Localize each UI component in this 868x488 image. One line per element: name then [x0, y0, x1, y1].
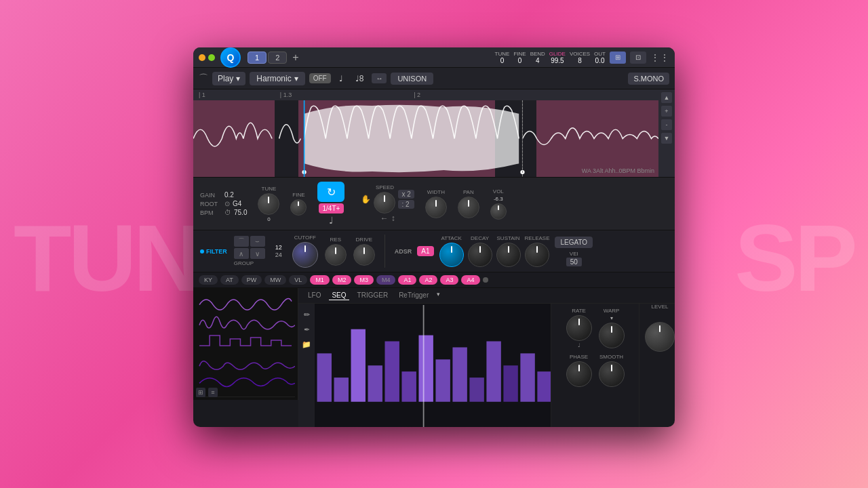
phase-knob[interactable] [566, 361, 592, 387]
mod-tab-mw[interactable]: MW [264, 275, 286, 285]
play-button[interactable]: Play ▾ [212, 72, 245, 85]
release-knob[interactable] [525, 243, 549, 267]
smono-button[interactable]: S.MONO [628, 73, 669, 85]
oscilloscope-icon[interactable]: ⌒ [199, 73, 208, 85]
synth-params-row: GAIN 0.2 ROOT ⊙ G4 BPM ⏱ 75.0 TUNE 0 FIN… [193, 178, 675, 230]
loop-button[interactable]: ↻ [317, 182, 344, 202]
pan-knob[interactable] [458, 197, 479, 218]
div2-button[interactable]: : 2 [398, 200, 414, 209]
menu-icon[interactable]: ⋮⋮ [650, 52, 669, 63]
pencil-tool-1[interactable]: ✏ [301, 309, 312, 320]
filter-12db[interactable]: 12 [272, 244, 285, 251]
filter-shape-hp[interactable]: ⌣ [250, 236, 265, 247]
rate-knob[interactable] [566, 315, 592, 341]
zoom-in-icon[interactable]: + [661, 106, 672, 117]
svg-rect-16 [469, 378, 484, 402]
lfo-grid-btn[interactable]: ⊞ [196, 388, 205, 397]
mod-tab-extra[interactable] [483, 277, 488, 283]
mod-tab-at[interactable]: AT [220, 275, 239, 285]
window-controls [199, 54, 215, 61]
unison-button[interactable]: UNISON [391, 73, 433, 85]
voices-param: VOICES 8 [570, 51, 590, 64]
mod-tab-a3[interactable]: A3 [440, 275, 458, 285]
lfo-tab-trigger[interactable]: TRIGGER [355, 291, 391, 300]
vei-value[interactable]: 50 [566, 258, 582, 266]
transport-button[interactable]: ↔ [372, 73, 387, 83]
filter-pole-select: 12 24 [272, 244, 285, 258]
speed-knob[interactable] [374, 192, 395, 214]
level-knob[interactable] [645, 322, 675, 352]
note-icon[interactable]: ♩ [329, 215, 334, 226]
mod-tabs-row: KY AT PW MW VL M1 M2 M3 M4 A1 A2 A3 A4 [193, 272, 675, 288]
waveform-canvas[interactable] [193, 100, 658, 177]
drive-knob[interactable] [353, 244, 375, 266]
app-logo: Q [220, 47, 241, 68]
vol-knob-wrap: VOL -6.3 [490, 188, 507, 220]
scroll-down-icon[interactable]: ▼ [661, 133, 672, 144]
mod-tab-a1[interactable]: A1 [398, 275, 416, 285]
decay-knob[interactable] [468, 243, 492, 267]
adsr-knobs: ATTACK DECAY SUSTAIN RELEASE [439, 235, 550, 267]
mod-tab-a2[interactable]: A2 [419, 275, 437, 285]
waveform-scrollbar[interactable]: ▲ + - ▼ [658, 89, 675, 177]
cutoff-knob[interactable] [292, 242, 318, 268]
width-knob[interactable] [425, 197, 447, 218]
lfo-content: ✏ ✒ 📁 [298, 304, 675, 427]
mode-button-1[interactable]: ♩ [335, 73, 347, 85]
smooth-knob[interactable] [599, 361, 625, 387]
sustain-knob[interactable] [496, 243, 521, 267]
mod-tab-m4[interactable]: M4 [376, 275, 396, 285]
lfo-tab-lfo[interactable]: LFO [305, 291, 323, 300]
waveform-display[interactable]: | 1 | 1.3 | 2 [193, 89, 675, 178]
filter-shape-bp[interactable]: ∧ [234, 248, 249, 259]
tab-2[interactable]: 2 [268, 52, 287, 64]
adsr-selector[interactable]: A1 [417, 246, 433, 256]
fine-param: FINE 0 [513, 51, 526, 64]
mod-tab-m1[interactable]: M1 [310, 275, 330, 285]
preset-selector[interactable]: Harmonic ▾ [250, 72, 304, 85]
lfo-tab-retrigger[interactable]: ReTrigger [396, 291, 431, 300]
vol-knob[interactable] [490, 203, 507, 220]
lfo-list-btn[interactable]: ≡ [208, 388, 218, 397]
legato-button[interactable]: LEGATO [555, 237, 593, 248]
mod-tab-ky[interactable]: KY [199, 275, 218, 285]
fine-knob[interactable] [290, 199, 307, 216]
folder-tool[interactable]: 📁 [301, 339, 312, 350]
toolbar: ⌒ Play ▾ Harmonic ▾ OFF ♩ ♩8 ↔ UNISON S.… [193, 68, 675, 89]
tune-knob[interactable] [258, 193, 279, 215]
mod-tab-pw[interactable]: PW [241, 275, 262, 285]
warp-knob[interactable] [599, 323, 625, 348]
phase-knob-section: PHASE [566, 354, 592, 387]
scroll-up-icon[interactable]: ▲ [661, 92, 672, 103]
x2-button[interactable]: x 2 [398, 190, 414, 199]
piano-icon[interactable]: ⊞ [610, 52, 626, 64]
time-div-button[interactable]: 1/4T+ [319, 203, 344, 214]
settings-icon[interactable]: ⊡ [630, 52, 646, 64]
mod-tab-vl[interactable]: VL [289, 275, 307, 285]
mod-tab-a4[interactable]: A4 [461, 275, 479, 285]
zoom-out-icon[interactable]: - [661, 119, 672, 130]
minimize-button[interactable] [199, 54, 205, 61]
filter-adsr-row: FILTER ⌒ ⌣ ∧ ∨ GROUP 12 24 CUTOFF RES [193, 230, 675, 272]
tab-1[interactable]: 1 [248, 52, 267, 64]
pencil-tool-2[interactable]: ✒ [301, 324, 312, 335]
filter-24db[interactable]: 24 [272, 251, 285, 258]
mode-button-2[interactable]: ♩8 [351, 73, 368, 85]
gain-group: GAIN 0.2 ROOT ⊙ G4 BPM ⏱ 75.0 [200, 191, 247, 216]
lfo-seq-display[interactable] [315, 304, 551, 427]
close-button[interactable] [208, 54, 215, 61]
res-knob[interactable] [325, 244, 347, 266]
rate-knob-section: RATE ♩ [566, 308, 592, 348]
mod-tab-m2[interactable]: M2 [332, 275, 352, 285]
sustain-wrap: SUSTAIN [496, 235, 521, 267]
add-tab-button[interactable]: + [292, 52, 298, 64]
mod-tab-m3[interactable]: M3 [354, 275, 374, 285]
attack-knob[interactable] [439, 243, 464, 267]
svg-rect-19 [520, 353, 534, 401]
lfo-tab-seq[interactable]: SEQ [329, 291, 349, 300]
adsr-label: ADSR [395, 248, 412, 255]
filter-shape-lp[interactable]: ⌒ [234, 236, 249, 247]
off-button[interactable]: OFF [309, 73, 331, 83]
filter-shape-notch[interactable]: ∨ [250, 248, 265, 259]
adsr-section: ADSR A1 ATTACK DECAY SUSTAIN RELEASE [395, 235, 668, 267]
